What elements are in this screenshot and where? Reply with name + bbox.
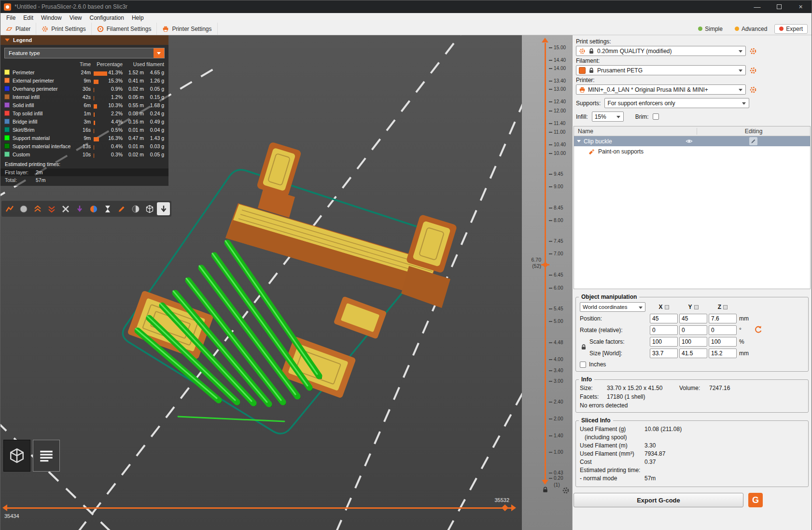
lock-icon — [588, 67, 595, 74]
position-z-input[interactable] — [709, 314, 737, 323]
brim-label: Brim: — [635, 113, 649, 120]
brim-checkbox[interactable] — [653, 113, 659, 120]
menu-window[interactable]: Window — [37, 14, 66, 22]
legend-header[interactable]: Legend — [0, 35, 168, 45]
seams-icon[interactable] — [31, 202, 44, 215]
feature-weight: 1.68 g — [144, 102, 164, 108]
maximize-button[interactable] — [768, 0, 790, 13]
percentage-bar — [94, 137, 99, 141]
visibility-eye-icon[interactable] — [686, 138, 693, 145]
sliced-info-label: Used Filament (g) — [580, 426, 644, 432]
wireframe-cube-icon[interactable] — [143, 202, 156, 215]
settings-gear-icon[interactable] — [562, 487, 570, 494]
size-x-input[interactable] — [650, 349, 678, 358]
view-type-select[interactable]: Feature type — [4, 48, 165, 58]
size-z-input[interactable] — [709, 349, 737, 358]
sliced-info-value: 57m — [644, 475, 656, 482]
gcode-move-slider[interactable] — [7, 507, 512, 509]
mode-advanced[interactable]: Advanced — [730, 24, 772, 34]
menu-view[interactable]: View — [66, 14, 86, 22]
layer-slider-down-arrow-icon[interactable] — [542, 480, 548, 485]
rotate-x-input[interactable] — [650, 325, 678, 335]
view-type-value: Feature type — [9, 50, 40, 56]
mode-expert[interactable]: Expert — [774, 24, 808, 34]
feature-weight: 0.05 g — [144, 86, 164, 92]
retractions-icon[interactable] — [45, 202, 58, 215]
color-changes-icon[interactable] — [87, 202, 100, 215]
tab-print-settings[interactable]: Print Settings — [36, 23, 91, 35]
layer-slider-current-handle[interactable] — [541, 261, 549, 269]
hslider-right-arrow-icon[interactable] — [511, 504, 516, 511]
mode-simple[interactable]: Simple — [693, 24, 728, 34]
tab-filament-settings[interactable]: Filament Settings — [92, 23, 157, 35]
dropdown-arrow-icon — [739, 70, 742, 72]
scale-x-input[interactable] — [650, 337, 678, 347]
reset-rotation-button[interactable] — [754, 325, 762, 334]
gcode-file-icon[interactable]: G — [748, 493, 763, 507]
menu-edit[interactable]: Edit — [19, 14, 37, 22]
minimize-button[interactable]: — — [746, 0, 768, 13]
hslider-left-arrow-icon[interactable] — [2, 504, 7, 511]
editor-view-thumbnail[interactable] — [3, 440, 30, 472]
uniform-scale-lock-icon[interactable] — [580, 344, 587, 350]
ruler-tick-label: 9.45 — [554, 171, 563, 177]
supports-select[interactable]: For support enforcers only — [604, 98, 749, 108]
feature-label: Perimeter — [13, 70, 76, 75]
ruler-tick-label: 6.45 — [554, 272, 563, 278]
slider-lock-icon[interactable] — [542, 486, 549, 493]
menu-configuration[interactable]: Configuration — [86, 14, 128, 22]
print-settings-select[interactable]: 0.20mm QUALITY (modified) — [576, 46, 746, 56]
rotate-y-input[interactable] — [679, 325, 707, 335]
rotate-z-input[interactable] — [709, 325, 737, 335]
ruler-tick: 14.40 — [549, 57, 566, 63]
edit-printer-button[interactable] — [749, 86, 757, 94]
scale-y-input[interactable] — [679, 337, 707, 347]
dropdown-arrow-icon[interactable] — [154, 48, 164, 58]
total-value: 57m — [36, 177, 45, 183]
menu-help[interactable]: Help — [128, 14, 148, 22]
shells-icon[interactable] — [17, 202, 30, 215]
feature-color-swatch — [4, 70, 10, 75]
coordinates-value: World coordinates — [583, 304, 627, 310]
travels-icon[interactable] — [3, 202, 16, 215]
object-row-paint-on-supports[interactable]: Paint-on supports — [574, 146, 810, 156]
expander-icon[interactable] — [577, 140, 581, 142]
tab-printer-settings[interactable]: Printer Settings — [157, 23, 217, 35]
deretractions-icon[interactable] — [73, 202, 86, 215]
col-percentage: Percentage — [91, 61, 123, 67]
sliced-info-value: 10.08 (211.08) — [644, 426, 682, 432]
layer-slider-up-arrow-icon[interactable] — [542, 38, 548, 42]
coordinates-select[interactable]: World coordinates — [580, 302, 645, 312]
menu-file[interactable]: File — [2, 14, 19, 22]
position-y-input[interactable] — [679, 314, 707, 323]
scale-z-input[interactable] — [709, 337, 737, 347]
tab-label: Printer Settings — [172, 26, 211, 32]
feature-color-swatch — [4, 102, 10, 108]
printer-select[interactable]: MINI+_0.4_LAN * Original Prusa MINI & MI… — [576, 84, 746, 95]
3d-viewport[interactable]: Legend Feature type Time Percentage Used… — [0, 35, 522, 530]
position-x-input[interactable] — [650, 314, 678, 323]
custom-gcode-icon[interactable] — [115, 202, 128, 215]
preview-view-thumbnail[interactable] — [33, 440, 60, 472]
pause-prints-icon[interactable] — [101, 202, 114, 215]
tool-changes-icon[interactable] — [59, 202, 72, 215]
tab-plater[interactable]: Plater — [0, 23, 36, 35]
sliced-info-value: 0.37 — [644, 459, 656, 465]
edit-print-settings-button[interactable] — [749, 47, 757, 55]
object-manipulation-box: Object manipulation World coordinates XY… — [575, 297, 809, 372]
close-button[interactable]: × — [790, 0, 812, 13]
size-value: 33.70 x 15.20 x 41.50 — [607, 385, 679, 391]
editing-icon[interactable] — [749, 137, 757, 145]
filament-select[interactable]: Prusament PETG — [576, 65, 746, 75]
sphere-icon[interactable] — [129, 202, 142, 215]
size-y-input[interactable] — [679, 349, 707, 358]
object-row-clip-buckle[interactable]: Clip buckle — [574, 136, 810, 146]
edit-filament-button[interactable] — [749, 67, 757, 74]
cube-icon — [9, 447, 25, 464]
tool-marker-icon[interactable] — [157, 202, 170, 215]
infill-select[interactable]: 15% — [592, 112, 624, 122]
inches-checkbox[interactable] — [580, 362, 586, 368]
sliced-info-label: Used Filament (m) — [580, 442, 644, 449]
window-controls: — × — [746, 0, 812, 13]
export-gcode-button[interactable]: Export G-code — [574, 493, 743, 507]
